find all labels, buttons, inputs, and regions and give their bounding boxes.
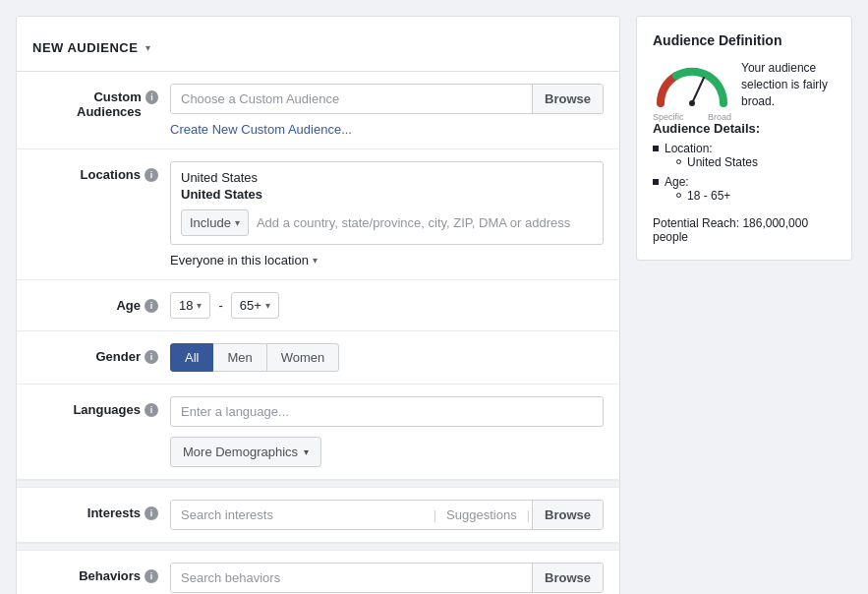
location-country-bold: United States (181, 187, 593, 202)
age-label: Age i (32, 292, 170, 313)
gender-all-button[interactable]: All (170, 343, 213, 372)
interests-divider: | (432, 501, 438, 529)
custom-audiences-info-icon[interactable]: i (145, 90, 158, 104)
gauge-wrapper: Specific Broad (653, 60, 731, 104)
languages-label: Languages i (32, 396, 170, 417)
behaviors-control: Browse (170, 563, 604, 593)
age-dash: - (218, 298, 222, 313)
interests-row: Interests i | Suggestions | Browse (17, 488, 619, 543)
location-input-row: Include ▾ (181, 209, 593, 236)
locations-info-icon[interactable]: i (145, 168, 158, 182)
section-divider-2 (17, 543, 619, 551)
interests-label: Interests i (32, 500, 170, 520)
custom-audiences-browse-button[interactable]: Browse (532, 85, 603, 113)
everyone-text: Everyone in this location (170, 253, 309, 267)
gauge-description: Your audience selection is fairly broad. (741, 60, 836, 109)
gauge-svg (653, 60, 731, 107)
potential-reach: Potential Reach: 186,000,000 people (653, 216, 836, 244)
svg-point-1 (689, 100, 695, 106)
header-chevron-icon[interactable]: ▾ (145, 42, 150, 53)
behaviors-info-icon[interactable]: i (145, 569, 158, 583)
age-detail-content: Age: 18 - 65+ (665, 175, 730, 205)
gender-men-button[interactable]: Men (212, 343, 266, 372)
behaviors-browse-button[interactable]: Browse (532, 564, 603, 592)
age-bullet (653, 179, 659, 185)
more-demographics-button[interactable]: More Demographics ▾ (170, 437, 321, 467)
interests-suggestions-link[interactable]: Suggestions (438, 501, 525, 529)
gauge-container: Specific Broad Your audience selection i… (653, 60, 836, 109)
everyone-row[interactable]: Everyone in this location ▾ (170, 253, 604, 267)
custom-audiences-input[interactable] (171, 85, 532, 113)
gender-info-icon[interactable]: i (145, 350, 158, 364)
gender-row: Gender i All Men Women (17, 331, 619, 385)
age-info-icon[interactable]: i (145, 299, 158, 313)
age-row: Age i 18 ▾ - 65+ ▾ (17, 280, 619, 331)
right-panel: Audience Definition (636, 16, 852, 594)
location-box: United States United States Include ▾ (170, 161, 604, 245)
interests-input[interactable] (171, 501, 432, 529)
audience-definition-card: Audience Definition (636, 16, 852, 261)
age-to-dropdown[interactable]: 65+ ▾ (231, 292, 279, 319)
gauge-broad-label: Broad (708, 112, 731, 122)
gender-control: All Men Women (170, 343, 604, 372)
panel-header: NEW AUDIENCE ▾ (17, 32, 619, 72)
locations-label: Locations i (32, 161, 170, 182)
gender-label: Gender i (32, 343, 170, 364)
interests-browse-button[interactable]: Browse (532, 501, 603, 529)
age-selects-row: 18 ▾ - 65+ ▾ (170, 292, 604, 319)
location-bullet (653, 146, 659, 151)
custom-audiences-label: Custom Audiences i (32, 84, 170, 119)
audience-details-title: Audience Details: (653, 121, 836, 136)
interests-info-icon[interactable]: i (145, 506, 158, 520)
interests-divider-2: | (525, 501, 532, 529)
location-country: United States (181, 170, 593, 185)
location-detail: Location: United States (653, 142, 836, 171)
custom-audiences-row: Custom Audiences i Browse Create New Cus… (17, 72, 619, 149)
age-sub-circle (676, 193, 681, 198)
audience-def-title: Audience Definition (653, 32, 836, 48)
panel-title: NEW AUDIENCE (32, 40, 138, 55)
gauge-labels: Specific Broad (653, 112, 731, 122)
behaviors-input-group: Browse (170, 563, 604, 593)
everyone-chevron-icon: ▾ (313, 255, 318, 266)
behaviors-row: Behaviors i Browse (17, 551, 619, 594)
age-detail: Age: 18 - 65+ (653, 175, 836, 205)
interests-control: | Suggestions | Browse (170, 500, 604, 530)
languages-info-icon[interactable]: i (145, 403, 158, 417)
behaviors-input[interactable] (171, 564, 532, 592)
interests-input-group: | Suggestions | Browse (170, 500, 604, 530)
custom-audiences-input-group: Browse (170, 84, 604, 114)
svg-line-0 (692, 78, 704, 103)
gauge-specific-label: Specific (653, 112, 684, 122)
behaviors-label: Behaviors i (32, 563, 170, 583)
languages-control: More Demographics ▾ (170, 396, 604, 467)
include-dropdown[interactable]: Include ▾ (181, 209, 249, 236)
locations-control: United States United States Include ▾ Ev… (170, 161, 604, 267)
gender-women-button[interactable]: Women (266, 343, 340, 372)
languages-row: Languages i More Demographics ▾ (17, 385, 619, 480)
custom-audiences-control: Browse Create New Custom Audience... (170, 84, 604, 137)
age-sub: 18 - 65+ (676, 189, 730, 203)
form-rows: Custom Audiences i Browse Create New Cus… (17, 72, 619, 594)
section-divider-1 (17, 480, 619, 488)
create-custom-audience-link[interactable]: Create New Custom Audience... (170, 122, 604, 137)
location-search-input[interactable] (257, 211, 593, 234)
location-sub-circle (676, 159, 681, 164)
age-control: 18 ▾ - 65+ ▾ (170, 292, 604, 319)
location-detail-content: Location: United States (665, 142, 758, 171)
age-from-dropdown[interactable]: 18 ▾ (170, 292, 210, 319)
languages-input[interactable] (170, 396, 604, 427)
gender-button-group: All Men Women (170, 343, 604, 372)
locations-row: Locations i United States United States … (17, 149, 619, 280)
location-sub: United States (676, 155, 758, 169)
more-demographics-chevron-icon: ▾ (304, 446, 309, 457)
